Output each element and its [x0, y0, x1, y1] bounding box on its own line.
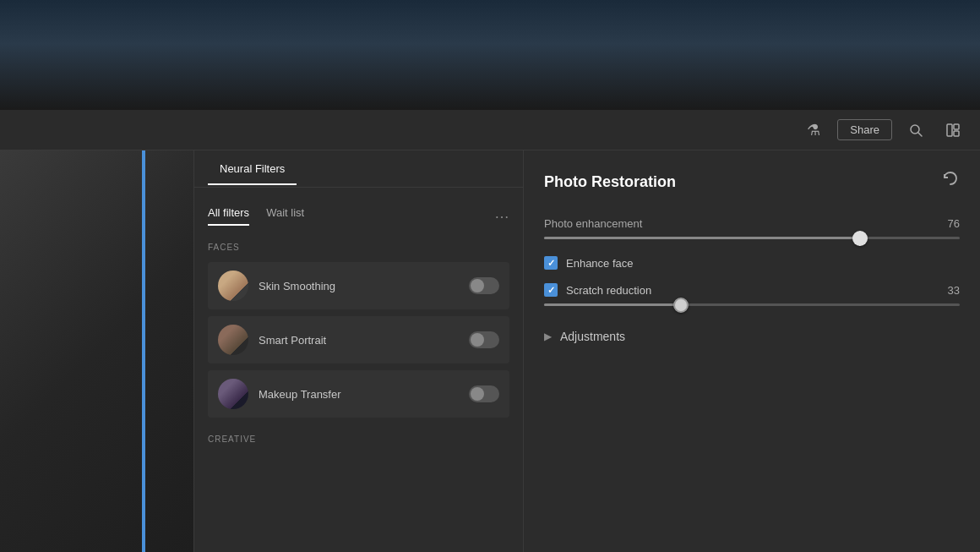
svg-rect-3 [954, 124, 959, 129]
svg-line-1 [918, 133, 922, 136]
makeup-transfer-label: Makeup Transfer [259, 388, 469, 401]
photo-enhancement-value: 76 [948, 217, 960, 230]
scratch-reduction-header-row: Scratch reduction 33 [544, 283, 960, 297]
creative-section-label: CREATIVE [208, 434, 509, 444]
restoration-panel-header: Photo Restoration [544, 171, 960, 194]
filter-tabs: All filters Wait list [208, 201, 321, 226]
filter-item-smart-portrait[interactable]: Smart Portrait [208, 316, 509, 363]
scratch-reduction-value: 33 [948, 284, 960, 297]
smart-portrait-thumbnail [218, 325, 248, 355]
filter-item-skin-smoothing[interactable]: Skin Smoothing [208, 262, 509, 309]
content-area: Neural Filters All filters Wait list … F… [0, 150, 980, 552]
adjustments-row[interactable]: ▶ Adjustments [544, 323, 960, 350]
smart-portrait-label: Smart Portrait [259, 334, 469, 347]
panel-tab-bar: Neural Filters [194, 150, 523, 188]
faces-section-label: FACES [208, 243, 509, 252]
layout-icon[interactable] [939, 117, 966, 144]
adjustments-label: Adjustments [560, 330, 625, 343]
top-image-area [0, 0, 980, 110]
makeup-transfer-toggle[interactable] [469, 385, 499, 402]
photo-background [0, 150, 193, 552]
photo-highlight [142, 150, 145, 552]
skin-smoothing-thumbnail [218, 271, 248, 301]
tab-neural-filters[interactable]: Neural Filters [208, 154, 297, 185]
tab-all-filters[interactable]: All filters [208, 201, 249, 226]
svg-rect-2 [947, 124, 952, 136]
enhance-face-checkbox[interactable] [544, 256, 558, 270]
scratch-reduction-label: Scratch reduction [566, 284, 651, 297]
restoration-panel-title: Photo Restoration [544, 173, 676, 191]
tab-wait-list[interactable]: Wait list [266, 201, 304, 226]
enhance-face-row: Enhance face [544, 256, 960, 270]
scratch-reduction-track[interactable] [544, 303, 960, 306]
photo-panel [0, 150, 194, 552]
filter-item-makeup-transfer[interactable]: Makeup Transfer [208, 370, 509, 418]
svg-rect-4 [954, 131, 959, 136]
skin-smoothing-label: Skin Smoothing [259, 280, 469, 292]
more-options-icon[interactable]: … [494, 205, 509, 222]
photo-enhancement-thumb[interactable] [852, 231, 868, 246]
filters-content: All filters Wait list … FACES Skin Smoot… [194, 188, 523, 552]
photo-enhancement-section: Photo enhancement 76 [544, 217, 960, 239]
smart-portrait-toggle[interactable] [469, 331, 499, 348]
lab-icon[interactable]: ⚗ [800, 117, 827, 144]
search-icon[interactable] [902, 117, 929, 144]
scratch-reduction-thumb[interactable] [673, 298, 689, 313]
share-button[interactable]: Share [837, 119, 892, 140]
scratch-reduction-checkbox[interactable] [544, 283, 558, 297]
makeup-transfer-thumbnail [218, 379, 248, 409]
skin-smoothing-toggle[interactable] [469, 277, 499, 294]
photo-enhancement-track[interactable] [544, 237, 960, 239]
filter-tabs-row: All filters Wait list … [208, 201, 509, 226]
enhance-face-label: Enhance face [566, 257, 634, 270]
photo-enhancement-label: Photo enhancement [544, 217, 642, 230]
scratch-reduction-fill [544, 303, 681, 306]
photo-enhancement-fill [544, 237, 860, 239]
photo-enhancement-label-row: Photo enhancement 76 [544, 217, 960, 230]
chevron-right-icon: ▶ [544, 331, 552, 342]
scratch-label-value: Scratch reduction 33 [566, 284, 960, 297]
scratch-reduction-section: Scratch reduction 33 [544, 283, 960, 306]
restoration-panel: Photo Restoration Photo enhancement 76 [524, 150, 980, 552]
main-toolbar: ⚗ Share [0, 110, 980, 150]
undo-icon[interactable] [941, 171, 960, 194]
neural-filters-panel: Neural Filters All filters Wait list … F… [194, 150, 524, 552]
